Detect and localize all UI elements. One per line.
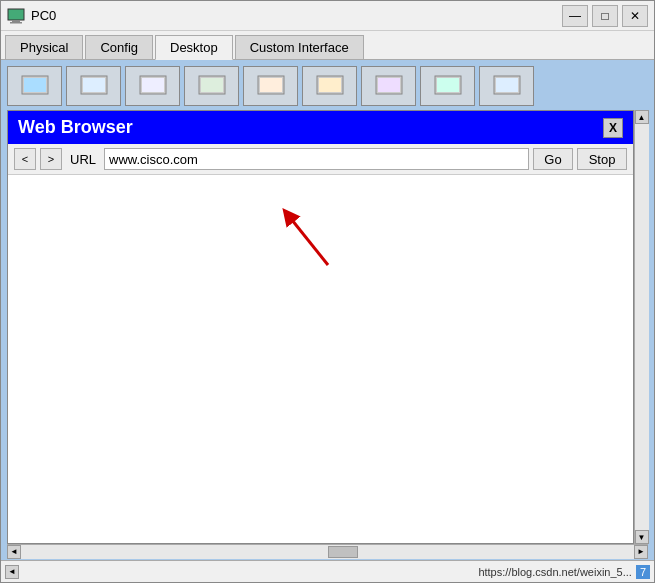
arrow-annotation xyxy=(268,195,348,275)
go-button[interactable]: Go xyxy=(533,148,573,170)
content-area: Web Browser X < > URL Go Stop xyxy=(7,110,648,544)
url-input[interactable] xyxy=(104,148,529,170)
status-bar: ◄ https://blog.csdn.net/weixin_5... 7 xyxy=(1,560,654,582)
stop-button[interactable]: Stop xyxy=(577,148,627,170)
title-bar: PC0 — □ ✕ xyxy=(1,1,654,31)
browser-body xyxy=(8,175,633,543)
svg-rect-16 xyxy=(378,78,400,92)
status-page-num: 7 xyxy=(636,565,650,579)
app-icon-5[interactable] xyxy=(243,66,298,106)
svg-rect-12 xyxy=(260,78,282,92)
maximize-button[interactable]: □ xyxy=(592,5,618,27)
svg-rect-0 xyxy=(8,9,24,20)
svg-rect-18 xyxy=(437,78,459,92)
app-icon-9[interactable] xyxy=(479,66,534,106)
app-icon-2[interactable] xyxy=(66,66,121,106)
scroll-right-button[interactable]: ► xyxy=(634,545,648,559)
main-window: PC0 — □ ✕ Physical Config Desktop Custom… xyxy=(0,0,655,583)
scroll-track-horizontal xyxy=(21,545,634,559)
svg-rect-14 xyxy=(319,78,341,92)
svg-rect-6 xyxy=(83,78,105,92)
app-icon-3[interactable] xyxy=(125,66,180,106)
status-left: ◄ xyxy=(5,565,19,579)
bottom-scrollbar: ◄ ► xyxy=(7,544,648,558)
app-icon-8[interactable] xyxy=(420,66,475,106)
app-icon-1[interactable] xyxy=(7,66,62,106)
scroll-up-button[interactable]: ▲ xyxy=(635,110,649,124)
tab-desktop[interactable]: Desktop xyxy=(155,35,233,60)
computer-icon xyxy=(7,7,25,25)
app-icon-6[interactable] xyxy=(302,66,357,106)
close-button[interactable]: ✕ xyxy=(622,5,648,27)
scroll-thumb-h[interactable] xyxy=(328,546,358,558)
app-icon-4[interactable] xyxy=(184,66,239,106)
desktop-content: Web Browser X < > URL Go Stop xyxy=(1,60,654,560)
svg-rect-4 xyxy=(24,78,46,92)
tab-custom-interface[interactable]: Custom Interface xyxy=(235,35,364,59)
url-label: URL xyxy=(70,152,96,167)
browser-toolbar: < > URL Go Stop xyxy=(8,144,633,175)
svg-line-22 xyxy=(288,215,328,265)
browser-title-bar: Web Browser X xyxy=(8,111,633,144)
window-title: PC0 xyxy=(31,8,56,23)
title-bar-left: PC0 xyxy=(7,7,56,25)
scroll-left-button[interactable]: ◄ xyxy=(7,545,21,559)
title-controls: — □ ✕ xyxy=(562,5,648,27)
browser-panel: Web Browser X < > URL Go Stop xyxy=(7,110,634,544)
tab-physical[interactable]: Physical xyxy=(5,35,83,59)
app-icon-7[interactable] xyxy=(361,66,416,106)
tab-config[interactable]: Config xyxy=(85,35,153,59)
svg-rect-2 xyxy=(10,22,22,24)
forward-button[interactable]: > xyxy=(40,148,62,170)
scroll-track-vertical xyxy=(635,124,649,530)
right-scrollbar: ▲ ▼ xyxy=(634,110,648,544)
tab-bar: Physical Config Desktop Custom Interface xyxy=(1,31,654,60)
svg-rect-10 xyxy=(201,78,223,92)
svg-rect-1 xyxy=(12,20,20,22)
back-button[interactable]: < xyxy=(14,148,36,170)
scroll-down-button[interactable]: ▼ xyxy=(635,530,649,544)
svg-rect-20 xyxy=(496,78,518,92)
status-url: https://blog.csdn.net/weixin_5... xyxy=(19,566,636,578)
browser-close-button[interactable]: X xyxy=(603,118,623,138)
minimize-button[interactable]: — xyxy=(562,5,588,27)
svg-rect-8 xyxy=(142,78,164,92)
status-scroll-left[interactable]: ◄ xyxy=(5,565,19,579)
icon-strip xyxy=(7,66,648,106)
browser-title-text: Web Browser xyxy=(18,117,133,138)
